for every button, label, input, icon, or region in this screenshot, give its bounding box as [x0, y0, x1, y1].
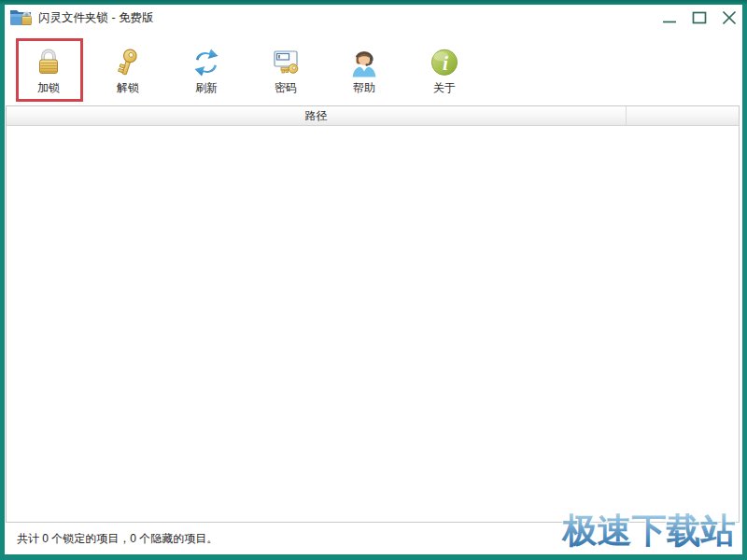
watermark-text: 极速下载站 [561, 511, 736, 550]
site-watermark: 极速下载站 [559, 507, 739, 552]
titlebar[interactable]: 闪灵文件夹锁 - 免费版 [5, 5, 742, 31]
key-icon [112, 47, 144, 78]
column-header-path[interactable]: 路径 [7, 106, 627, 125]
toolbar-button-label: 加锁 [37, 81, 60, 94]
app-logo-folder-lock-icon [9, 7, 34, 28]
app-window: 闪灵文件夹锁 - 免费版 [0, 0, 747, 560]
window-content: 闪灵文件夹锁 - 免费版 [5, 5, 742, 554]
minimize-button[interactable] [658, 9, 681, 26]
toolbar: 加锁 解锁 刷新 [5, 31, 742, 105]
lock-icon [33, 47, 64, 78]
toolbar-button-label: 解锁 [117, 81, 139, 94]
toolbar-button-refresh[interactable]: 刷新 [174, 47, 239, 101]
close-button[interactable] [718, 9, 740, 26]
maximize-icon [690, 10, 709, 25]
refresh-icon [190, 47, 222, 78]
toolbar-button-label: 密码 [275, 81, 297, 94]
info-icon-glyph: i [443, 52, 448, 75]
maximize-button[interactable] [688, 9, 711, 26]
toolbar-button-help[interactable]: 帮助 [331, 47, 397, 101]
toolbar-button-unlock[interactable]: 解锁 [95, 47, 161, 101]
list-body-empty [7, 126, 739, 522]
minimize-icon [660, 10, 679, 25]
toolbar-button-lock[interactable]: 加锁 [16, 47, 81, 101]
window-title: 闪灵文件夹锁 - 免费版 [38, 5, 154, 31]
window-controls [658, 9, 740, 26]
password-key-icon [270, 47, 302, 78]
info-icon: i [429, 47, 460, 78]
locked-items-list: 路径 [6, 105, 740, 523]
toolbar-button-password[interactable]: 密码 [253, 47, 318, 101]
column-header-extra[interactable] [627, 106, 739, 125]
toolbar-button-label: 关于 [433, 81, 456, 94]
toolbar-button-label: 帮助 [353, 81, 375, 94]
support-agent-icon [348, 47, 380, 78]
toolbar-button-label: 刷新 [195, 81, 218, 94]
toolbar-button-about[interactable]: i 关于 [412, 47, 477, 101]
list-header: 路径 [7, 106, 739, 126]
close-icon [720, 10, 739, 25]
